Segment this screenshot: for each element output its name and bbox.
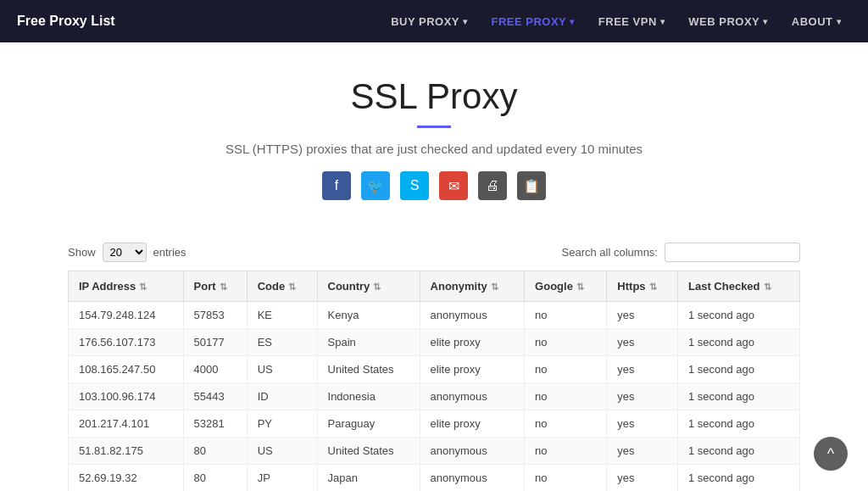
show-entries-control: Show 102050100 entries [68, 243, 186, 262]
col-label: Https [617, 280, 645, 293]
email-icon[interactable]: ✉ [439, 171, 468, 200]
cell-anonymity: anonymous [420, 383, 525, 410]
navbar: Free Proxy List BUY PROXY▾FREE PROXY▾FRE… [0, 0, 868, 42]
nav-caret: ▾ [660, 17, 665, 26]
cell-https: yes [607, 329, 678, 356]
nav-caret: ▾ [463, 17, 468, 26]
nav-label: ABOUT [792, 15, 833, 28]
cell-ip: 201.217.4.101 [69, 410, 184, 438]
skype-icon[interactable]: S [400, 171, 429, 200]
sort-icon-anonymity: ⇅ [491, 282, 498, 293]
cell-ip: 51.81.82.175 [69, 438, 184, 465]
cell-last_checked: 1 second ago [678, 329, 800, 356]
col-label: Country [328, 280, 370, 293]
cell-ip: 154.79.248.124 [69, 302, 184, 329]
print-icon[interactable]: 🖨 [478, 171, 507, 200]
cell-ip: 108.165.247.50 [69, 356, 184, 383]
col-header-anonymity[interactable]: Anonymity⇅ [420, 271, 525, 302]
nav-label: FREE VPN [598, 15, 657, 28]
table-row: 108.165.247.504000USUnited Stateselite p… [69, 356, 800, 383]
cell-port: 80 [183, 465, 247, 492]
col-header-country[interactable]: Country⇅ [317, 271, 420, 302]
entries-select[interactable]: 102050100 [103, 243, 147, 262]
cell-country: Japan [317, 465, 420, 492]
cell-code: PY [247, 410, 317, 438]
nav-caret: ▾ [763, 17, 768, 26]
cell-https: yes [607, 383, 678, 410]
nav-item-web-proxy[interactable]: WEB PROXY▾ [678, 10, 777, 33]
twitter-icon[interactable]: 🐦 [361, 171, 390, 200]
nav-label: BUY PROXY [391, 15, 459, 28]
cell-last_checked: 1 second ago [678, 302, 800, 329]
cell-https: yes [607, 302, 678, 329]
cell-google: no [525, 383, 607, 410]
cell-ip: 176.56.107.173 [69, 329, 184, 356]
nav-brand: Free Proxy List [17, 14, 115, 29]
nav-item-free-proxy[interactable]: FREE PROXY▾ [481, 10, 585, 33]
sort-icon-google: ⇅ [576, 282, 584, 293]
col-label: Last Checked [688, 280, 760, 293]
cell-https: yes [607, 410, 678, 438]
cell-https: yes [607, 438, 678, 465]
cell-port: 53281 [183, 410, 247, 438]
table-row: 154.79.248.12457853KEKenyaanonymousnoyes… [69, 302, 800, 329]
cell-last_checked: 1 second ago [678, 438, 800, 465]
cell-google: no [525, 465, 607, 492]
cell-https: yes [607, 356, 678, 383]
cell-ip: 52.69.19.32 [69, 465, 184, 492]
cell-country: Indonesia [317, 383, 420, 410]
cell-port: 50177 [183, 329, 247, 356]
cell-country: Paraguay [317, 410, 420, 438]
nav-label: FREE PROXY [492, 15, 567, 28]
sort-icon-last_checked: ⇅ [764, 282, 771, 293]
cell-port: 57853 [183, 302, 247, 329]
table-row: 201.217.4.10153281PYParaguayelite proxyn… [69, 410, 800, 438]
col-header-port[interactable]: Port⇅ [183, 271, 247, 302]
col-label: Google [535, 280, 573, 293]
cell-google: no [525, 329, 607, 356]
sort-icon-port: ⇅ [220, 282, 227, 293]
scroll-to-top-button[interactable]: ^ [814, 437, 848, 471]
col-header-ip[interactable]: IP Address⇅ [69, 271, 184, 302]
cell-port: 55443 [183, 383, 247, 410]
col-label: Code [258, 280, 286, 293]
facebook-icon[interactable]: f [322, 171, 351, 200]
nav-caret: ▾ [570, 17, 575, 26]
cell-google: no [525, 438, 607, 465]
copy-icon[interactable]: 📋 [517, 171, 546, 200]
nav-item-about[interactable]: ABOUT▾ [782, 10, 851, 33]
cell-code: ID [247, 383, 317, 410]
table-controls: Show 102050100 entries Search all column… [0, 234, 868, 271]
cell-country: Spain [317, 329, 420, 356]
cell-google: no [525, 356, 607, 383]
col-header-google[interactable]: Google⇅ [525, 271, 607, 302]
col-header-last_checked[interactable]: Last Checked⇅ [678, 271, 800, 302]
nav-item-free-vpn[interactable]: FREE VPN▾ [588, 10, 676, 33]
cell-ip: 103.100.96.174 [69, 383, 184, 410]
sort-icon-ip: ⇅ [139, 282, 147, 293]
col-header-code[interactable]: Code⇅ [247, 271, 317, 302]
cell-port: 80 [183, 438, 247, 465]
cell-port: 4000 [183, 356, 247, 383]
cell-country: Kenya [317, 302, 420, 329]
col-header-https[interactable]: Https⇅ [607, 271, 678, 302]
cell-last_checked: 1 second ago [678, 465, 800, 492]
sort-icon-code: ⇅ [288, 282, 296, 293]
cell-anonymity: elite proxy [420, 410, 525, 438]
proxy-table: IP Address⇅Port⇅Code⇅Country⇅Anonymity⇅G… [68, 271, 800, 491]
table-body: 154.79.248.12457853KEKenyaanonymousnoyes… [69, 302, 800, 492]
entries-label: entries [153, 246, 186, 259]
cell-google: no [525, 410, 607, 438]
nav-item-buy-proxy[interactable]: BUY PROXY▾ [381, 10, 477, 33]
proxy-table-wrapper: IP Address⇅Port⇅Code⇅Country⇅Anonymity⇅G… [0, 271, 868, 491]
cell-last_checked: 1 second ago [678, 356, 800, 383]
table-row: 51.81.82.17580USUnited Statesanonymousno… [69, 438, 800, 465]
cell-anonymity: anonymous [420, 465, 525, 492]
table-row: 103.100.96.17455443IDIndonesiaanonymousn… [69, 383, 800, 410]
table-row: 52.69.19.3280JPJapananonymousnoyes1 seco… [69, 465, 800, 492]
cell-last_checked: 1 second ago [678, 383, 800, 410]
search-input[interactable] [665, 243, 800, 262]
nav-label: WEB PROXY [688, 15, 760, 28]
nav-caret: ▾ [837, 17, 842, 26]
hero-section: SSL Proxy SSL (HTTPS) proxies that are j… [0, 42, 868, 226]
